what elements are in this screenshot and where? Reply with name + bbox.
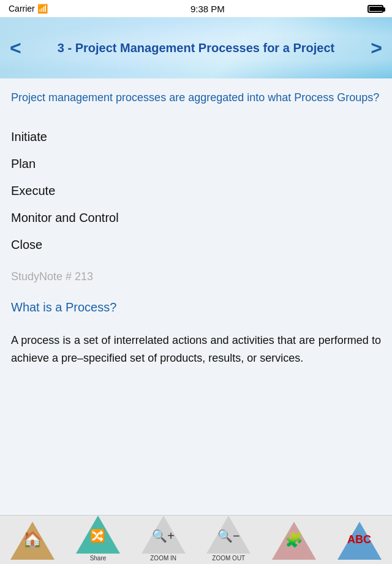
page-title: 3 - Project Management Processes for a P… bbox=[27, 40, 365, 56]
abc-button[interactable]: ABC bbox=[332, 519, 387, 562]
home-button[interactable]: 🏠 bbox=[5, 519, 60, 562]
main-content: Project management processes are aggrega… bbox=[0, 78, 392, 508]
list-item: Execute bbox=[11, 177, 381, 204]
list-item: Close bbox=[11, 231, 381, 258]
wifi-icon: 📶 bbox=[37, 4, 48, 13]
section-question: What is a Process? bbox=[11, 300, 381, 314]
zoom-out-button[interactable]: 🔍− ZOOM OUT bbox=[201, 519, 256, 562]
zoom-in-label: ZOOM IN bbox=[150, 555, 176, 562]
next-button[interactable]: > bbox=[364, 37, 388, 59]
zoom-in-button[interactable]: 🔍+ ZOOM IN bbox=[136, 519, 191, 562]
share-button[interactable]: 🔀 Share bbox=[70, 519, 126, 562]
section-answer: A process is a set of interrelated actio… bbox=[11, 332, 381, 367]
carrier-label: Carrier bbox=[9, 4, 35, 13]
list-item: Plan bbox=[11, 150, 381, 177]
status-time: 9:38 PM bbox=[48, 4, 368, 14]
status-bar: Carrier 📶 9:38 PM bbox=[0, 0, 392, 17]
battery-icon bbox=[368, 5, 383, 13]
header: < 3 - Project Management Processes for a… bbox=[0, 17, 392, 78]
prev-button[interactable]: < bbox=[4, 37, 28, 59]
question-text: Project management processes are aggrega… bbox=[11, 90, 381, 106]
zoom-out-label: ZOOM OUT bbox=[212, 555, 245, 562]
list-item: Monitor and Control bbox=[11, 204, 381, 231]
puzzle-button[interactable]: 🧩 bbox=[266, 519, 322, 562]
bottom-toolbar: 🏠 🔀 Share 🔍+ ZOOM IN 🔍− ZOOM OUT 🧩 bbox=[0, 515, 392, 564]
study-note: StudyNote # 213 bbox=[11, 270, 381, 283]
answer-list: Initiate Plan Execute Monitor and Contro… bbox=[11, 123, 381, 258]
share-label: Share bbox=[90, 555, 107, 562]
list-item: Initiate bbox=[11, 123, 381, 150]
